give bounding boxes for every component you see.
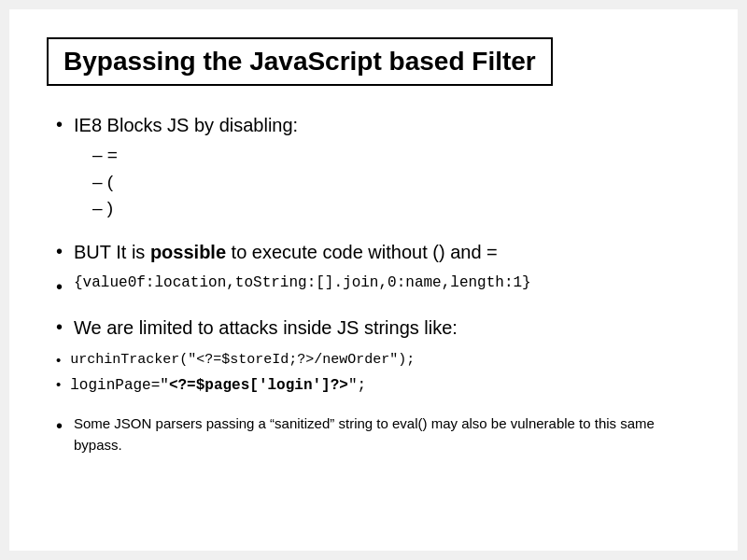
bullet-icon-1: • (56, 114, 63, 135)
sub-item-1: – = (92, 142, 298, 169)
bullet-code-text: {value0f:location,toString:[].join,0:nam… (74, 274, 531, 291)
bullet-code: • {value0f:location,toString:[].join,0:n… (56, 274, 700, 298)
login-code-normal: loginPage=" (70, 377, 169, 394)
bullet-icon-6: • (56, 415, 63, 437)
bullet-urchin-text: urchinTracker("<?=$storeId;?>/newOrder")… (70, 350, 415, 371)
slide-content: • IE8 Blocks JS by disabling: – = – ( – … (47, 112, 700, 455)
bullet-ie8: • IE8 Blocks JS by disabling: – = – ( – … (56, 112, 700, 222)
bullet-possible: • BUT It is possible to execute code wit… (56, 239, 700, 265)
bullet-ie8-label: IE8 Blocks JS by disabling: (74, 115, 298, 135)
bullet-limited-text: We are limited to attacks inside JS stri… (74, 315, 458, 341)
bullet-limited: • We are limited to attacks inside JS st… (56, 315, 700, 341)
bullet-icon-3: • (56, 276, 63, 298)
title-box: Bypassing the JavaScript based Filter (47, 37, 553, 86)
sub-list-ie8: – = – ( – ) (92, 142, 298, 222)
bullet-icon-2: • (56, 241, 63, 262)
sub-item-2: – ( (92, 169, 298, 196)
bullet-ie8-content: IE8 Blocks JS by disabling: – = – ( – ) (74, 112, 298, 222)
bullet-json-text: Some JSON parsers passing a “sanitized” … (74, 413, 700, 455)
bullet-login-text: loginPage="<?=$pages['login']?>"; (70, 374, 366, 397)
bullet-icon-5b: • (56, 376, 61, 392)
bullet-possible-text: BUT It is possible to execute code witho… (74, 239, 498, 265)
bullet-json: • Some JSON parsers passing a “sanitized… (56, 413, 700, 455)
bullet-urchin: • urchinTracker("<?=$storeId;?>/newOrder… (56, 350, 700, 371)
login-code-end: "; (348, 377, 366, 394)
bullet-login: • loginPage="<?=$pages['login']?>"; (56, 374, 700, 397)
bullet-icon-5a: • (56, 352, 61, 368)
bullet-icon-4: • (56, 316, 63, 338)
sub-item-3: – ) (92, 195, 298, 222)
slide: Bypassing the JavaScript based Filter • … (9, 9, 738, 551)
login-code-bold: <?=$pages['login']?> (169, 377, 348, 394)
slide-title: Bypassing the JavaScript based Filter (63, 47, 536, 76)
